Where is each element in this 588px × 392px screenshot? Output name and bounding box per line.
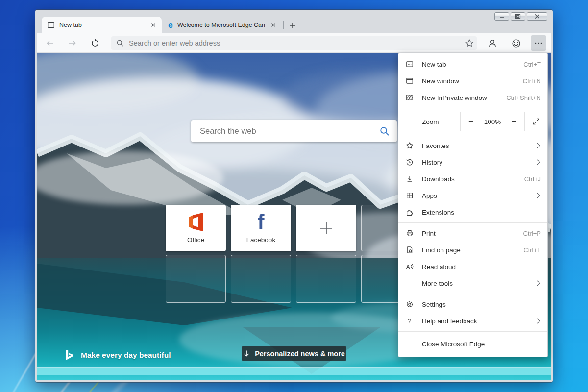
back-button[interactable]	[42, 35, 58, 51]
tile-empty	[296, 255, 356, 303]
tab-welcome-edge[interactable]: e Welcome to Microsoft Edge Can	[163, 17, 282, 33]
search-icon	[116, 39, 124, 47]
close-button[interactable]	[527, 12, 547, 21]
new-tab-page-icon	[47, 21, 55, 29]
menu-item-find-on-page[interactable]: Find on page Ctrl+F	[398, 242, 547, 258]
menu-item-zoom: Zoom − 100% +	[398, 110, 547, 133]
menu-item-print[interactable]: Print Ctrl+P	[398, 225, 547, 242]
tile-office[interactable]: Office	[166, 205, 226, 251]
facebook-logo: f	[258, 208, 265, 236]
menu-item-new-tab[interactable]: New tab Ctrl+T	[398, 56, 547, 73]
web-search-input[interactable]	[200, 126, 379, 136]
menu-item-label: Find on page	[422, 246, 523, 254]
menu-item-new-inprivate-window[interactable]: New InPrivate window Ctrl+Shift+N	[398, 89, 547, 106]
tab-new-tab[interactable]: New tab	[42, 17, 162, 33]
menu-separator	[398, 108, 547, 108]
edge-favicon: e	[168, 21, 173, 29]
settings-and-more-button[interactable]	[531, 35, 546, 51]
menu-item-label: New window	[422, 77, 523, 85]
plus-icon	[296, 205, 356, 251]
tile-add-site[interactable]	[296, 205, 356, 251]
chevron-right-icon	[533, 318, 541, 324]
bing-logo	[65, 349, 74, 361]
menu-item-label: Apps	[422, 192, 533, 199]
menu-item-history[interactable]: History	[398, 154, 547, 171]
smiley-icon	[512, 39, 521, 48]
personalized-news-button[interactable]: Personalized news & more	[242, 346, 346, 361]
zoom-out-button[interactable]: −	[461, 110, 481, 133]
star-icon	[465, 39, 474, 48]
menu-item-shortcut: Ctrl+T	[523, 61, 541, 68]
printer-icon	[405, 229, 415, 237]
minimize-icon	[499, 14, 505, 19]
maximize-button[interactable]	[511, 12, 525, 21]
menu-separator	[398, 331, 547, 332]
menu-item-more-tools[interactable]: More tools	[398, 275, 547, 292]
refresh-button[interactable]	[87, 35, 103, 51]
menu-item-favorites[interactable]: Favorites	[398, 137, 547, 154]
fullscreen-button[interactable]	[525, 110, 547, 133]
menu-separator	[398, 135, 547, 135]
menu-item-label: Close Microsoft Edge	[422, 341, 541, 348]
tab-title: New tab	[59, 22, 149, 28]
chevron-right-icon	[533, 142, 541, 149]
menu-item-label: Favorites	[422, 142, 533, 149]
menu-item-settings[interactable]: Settings	[398, 296, 547, 313]
new-window-icon	[405, 77, 415, 85]
tile-label: Facebook	[246, 236, 275, 244]
chevron-right-icon	[533, 192, 541, 199]
menu-item-close-microsoft-edge[interactable]: Close Microsoft Edge	[398, 334, 547, 354]
tab-close-button[interactable]	[149, 21, 158, 29]
find-on-page-icon	[405, 246, 415, 254]
menu-separator	[398, 294, 547, 294]
tab-title: Welcome to Microsoft Edge Can	[177, 22, 269, 28]
arrow-down-icon	[243, 350, 250, 357]
favorite-star-button[interactable]	[465, 39, 474, 48]
zoom-level: 100%	[481, 110, 504, 133]
window-controls	[494, 12, 547, 21]
menu-item-read-aloud[interactable]: A Read aloud	[398, 258, 547, 275]
tab-close-button[interactable]	[269, 21, 278, 29]
menu-item-label: New tab	[422, 61, 523, 68]
feedback-button[interactable]	[508, 35, 524, 51]
office-logo	[186, 208, 206, 236]
extensions-puzzle-icon	[405, 208, 415, 216]
ellipsis-icon	[534, 42, 543, 45]
svg-text:A: A	[406, 264, 410, 270]
minimize-button[interactable]	[494, 12, 509, 21]
forward-button[interactable]	[65, 35, 80, 51]
address-input[interactable]	[129, 39, 465, 47]
menu-item-new-window[interactable]: New window Ctrl+N	[398, 73, 547, 89]
profile-button[interactable]	[485, 35, 500, 51]
tab-divider	[283, 21, 284, 29]
question-mark-icon: ?	[405, 317, 415, 325]
bing-tagline: Make every day beautiful	[81, 351, 171, 360]
menu-item-shortcut: Ctrl+Shift+N	[506, 94, 541, 101]
zoom-in-button[interactable]: +	[504, 110, 524, 133]
toolbar	[37, 33, 551, 53]
inprivate-icon	[405, 94, 415, 101]
open-new-tab-button[interactable]	[286, 19, 298, 31]
menu-item-label: Settings	[422, 301, 541, 308]
web-search-box[interactable]	[191, 120, 397, 142]
history-icon	[405, 158, 415, 166]
tile-facebook[interactable]: f Facebook	[231, 205, 291, 251]
menu-item-help-and-feedback[interactable]: ? Help and feedback	[398, 313, 547, 329]
menu-item-downloads[interactable]: Downloads Ctrl+J	[398, 171, 547, 187]
menu-item-shortcut: Ctrl+J	[524, 175, 541, 183]
close-icon	[534, 14, 540, 19]
forward-icon	[68, 39, 77, 47]
search-icon	[379, 126, 390, 137]
settings-and-more-menu: New tab Ctrl+T New window Ctrl+N New InP…	[398, 53, 548, 357]
browser-window: New tab e Welcome to Microsoft Edge Can	[35, 10, 553, 382]
menu-item-extensions[interactable]: Extensions	[398, 204, 547, 220]
menu-separator	[398, 222, 547, 223]
address-bar[interactable]	[111, 36, 477, 50]
refresh-icon	[91, 39, 99, 48]
download-icon	[405, 175, 415, 183]
close-icon	[270, 22, 276, 28]
maximize-icon	[515, 14, 521, 19]
menu-item-apps[interactable]: Apps	[398, 187, 547, 204]
profile-icon	[488, 39, 497, 48]
back-icon	[46, 39, 54, 47]
